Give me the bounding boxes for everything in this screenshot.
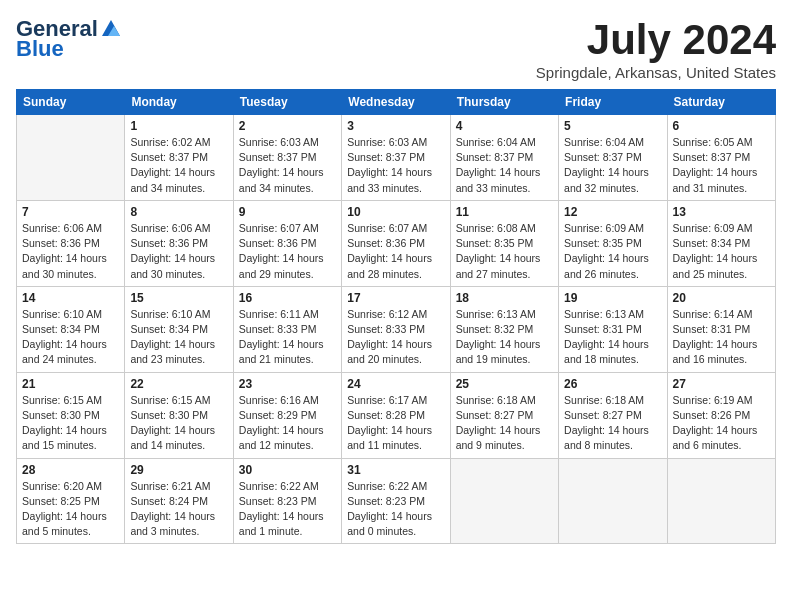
day-number: 30 [239, 463, 336, 477]
calendar-cell: 21Sunrise: 6:15 AMSunset: 8:30 PMDayligh… [17, 372, 125, 458]
day-number: 23 [239, 377, 336, 391]
cell-info: Sunrise: 6:13 AMSunset: 8:32 PMDaylight:… [456, 307, 553, 368]
cell-info: Sunrise: 6:03 AMSunset: 8:37 PMDaylight:… [347, 135, 444, 196]
calendar-cell: 31Sunrise: 6:22 AMSunset: 8:23 PMDayligh… [342, 458, 450, 544]
calendar-header-row: SundayMondayTuesdayWednesdayThursdayFrid… [17, 90, 776, 115]
calendar-header-cell: Wednesday [342, 90, 450, 115]
day-number: 17 [347, 291, 444, 305]
calendar-cell: 20Sunrise: 6:14 AMSunset: 8:31 PMDayligh… [667, 286, 775, 372]
calendar-table: SundayMondayTuesdayWednesdayThursdayFrid… [16, 89, 776, 544]
day-number: 26 [564, 377, 661, 391]
day-number: 9 [239, 205, 336, 219]
day-number: 29 [130, 463, 227, 477]
day-number: 27 [673, 377, 770, 391]
calendar-cell: 8Sunrise: 6:06 AMSunset: 8:36 PMDaylight… [125, 200, 233, 286]
calendar-cell: 6Sunrise: 6:05 AMSunset: 8:37 PMDaylight… [667, 115, 775, 201]
day-number: 15 [130, 291, 227, 305]
cell-info: Sunrise: 6:07 AMSunset: 8:36 PMDaylight:… [347, 221, 444, 282]
day-number: 1 [130, 119, 227, 133]
cell-info: Sunrise: 6:20 AMSunset: 8:25 PMDaylight:… [22, 479, 119, 540]
day-number: 18 [456, 291, 553, 305]
calendar-cell: 11Sunrise: 6:08 AMSunset: 8:35 PMDayligh… [450, 200, 558, 286]
cell-info: Sunrise: 6:22 AMSunset: 8:23 PMDaylight:… [347, 479, 444, 540]
cell-info: Sunrise: 6:13 AMSunset: 8:31 PMDaylight:… [564, 307, 661, 368]
cell-info: Sunrise: 6:06 AMSunset: 8:36 PMDaylight:… [22, 221, 119, 282]
day-number: 19 [564, 291, 661, 305]
calendar-cell: 14Sunrise: 6:10 AMSunset: 8:34 PMDayligh… [17, 286, 125, 372]
logo-blue: Blue [16, 36, 64, 62]
day-number: 2 [239, 119, 336, 133]
calendar-cell [450, 458, 558, 544]
cell-info: Sunrise: 6:14 AMSunset: 8:31 PMDaylight:… [673, 307, 770, 368]
cell-info: Sunrise: 6:21 AMSunset: 8:24 PMDaylight:… [130, 479, 227, 540]
cell-info: Sunrise: 6:15 AMSunset: 8:30 PMDaylight:… [22, 393, 119, 454]
calendar-cell: 16Sunrise: 6:11 AMSunset: 8:33 PMDayligh… [233, 286, 341, 372]
day-number: 20 [673, 291, 770, 305]
calendar-cell: 4Sunrise: 6:04 AMSunset: 8:37 PMDaylight… [450, 115, 558, 201]
calendar-cell: 27Sunrise: 6:19 AMSunset: 8:26 PMDayligh… [667, 372, 775, 458]
calendar-cell: 30Sunrise: 6:22 AMSunset: 8:23 PMDayligh… [233, 458, 341, 544]
calendar-cell: 18Sunrise: 6:13 AMSunset: 8:32 PMDayligh… [450, 286, 558, 372]
calendar-header-cell: Thursday [450, 90, 558, 115]
calendar-cell: 19Sunrise: 6:13 AMSunset: 8:31 PMDayligh… [559, 286, 667, 372]
cell-info: Sunrise: 6:18 AMSunset: 8:27 PMDaylight:… [564, 393, 661, 454]
calendar-cell: 9Sunrise: 6:07 AMSunset: 8:36 PMDaylight… [233, 200, 341, 286]
calendar-cell: 12Sunrise: 6:09 AMSunset: 8:35 PMDayligh… [559, 200, 667, 286]
calendar-cell: 2Sunrise: 6:03 AMSunset: 8:37 PMDaylight… [233, 115, 341, 201]
day-number: 28 [22, 463, 119, 477]
day-number: 24 [347, 377, 444, 391]
calendar-week-row: 1Sunrise: 6:02 AMSunset: 8:37 PMDaylight… [17, 115, 776, 201]
logo: General Blue [16, 16, 122, 62]
day-number: 14 [22, 291, 119, 305]
title-area: July 2024 Springdale, Arkansas, United S… [536, 16, 776, 81]
calendar-week-row: 21Sunrise: 6:15 AMSunset: 8:30 PMDayligh… [17, 372, 776, 458]
calendar-week-row: 28Sunrise: 6:20 AMSunset: 8:25 PMDayligh… [17, 458, 776, 544]
calendar-cell: 3Sunrise: 6:03 AMSunset: 8:37 PMDaylight… [342, 115, 450, 201]
page-header: General Blue July 2024 Springdale, Arkan… [16, 16, 776, 81]
calendar-week-row: 7Sunrise: 6:06 AMSunset: 8:36 PMDaylight… [17, 200, 776, 286]
calendar-cell: 5Sunrise: 6:04 AMSunset: 8:37 PMDaylight… [559, 115, 667, 201]
day-number: 13 [673, 205, 770, 219]
cell-info: Sunrise: 6:18 AMSunset: 8:27 PMDaylight:… [456, 393, 553, 454]
location-title: Springdale, Arkansas, United States [536, 64, 776, 81]
calendar-cell: 25Sunrise: 6:18 AMSunset: 8:27 PMDayligh… [450, 372, 558, 458]
calendar-cell: 7Sunrise: 6:06 AMSunset: 8:36 PMDaylight… [17, 200, 125, 286]
calendar-cell: 26Sunrise: 6:18 AMSunset: 8:27 PMDayligh… [559, 372, 667, 458]
calendar-cell: 10Sunrise: 6:07 AMSunset: 8:36 PMDayligh… [342, 200, 450, 286]
logo-icon [100, 18, 122, 40]
calendar-cell: 22Sunrise: 6:15 AMSunset: 8:30 PMDayligh… [125, 372, 233, 458]
day-number: 31 [347, 463, 444, 477]
day-number: 16 [239, 291, 336, 305]
day-number: 22 [130, 377, 227, 391]
day-number: 4 [456, 119, 553, 133]
calendar-cell: 29Sunrise: 6:21 AMSunset: 8:24 PMDayligh… [125, 458, 233, 544]
day-number: 11 [456, 205, 553, 219]
cell-info: Sunrise: 6:10 AMSunset: 8:34 PMDaylight:… [130, 307, 227, 368]
day-number: 12 [564, 205, 661, 219]
cell-info: Sunrise: 6:04 AMSunset: 8:37 PMDaylight:… [564, 135, 661, 196]
calendar-header-cell: Saturday [667, 90, 775, 115]
cell-info: Sunrise: 6:19 AMSunset: 8:26 PMDaylight:… [673, 393, 770, 454]
cell-info: Sunrise: 6:05 AMSunset: 8:37 PMDaylight:… [673, 135, 770, 196]
calendar-week-row: 14Sunrise: 6:10 AMSunset: 8:34 PMDayligh… [17, 286, 776, 372]
day-number: 5 [564, 119, 661, 133]
calendar-cell [559, 458, 667, 544]
day-number: 25 [456, 377, 553, 391]
calendar-header-cell: Tuesday [233, 90, 341, 115]
day-number: 6 [673, 119, 770, 133]
calendar-cell: 24Sunrise: 6:17 AMSunset: 8:28 PMDayligh… [342, 372, 450, 458]
calendar-cell: 23Sunrise: 6:16 AMSunset: 8:29 PMDayligh… [233, 372, 341, 458]
calendar-header-cell: Monday [125, 90, 233, 115]
day-number: 21 [22, 377, 119, 391]
cell-info: Sunrise: 6:22 AMSunset: 8:23 PMDaylight:… [239, 479, 336, 540]
cell-info: Sunrise: 6:04 AMSunset: 8:37 PMDaylight:… [456, 135, 553, 196]
cell-info: Sunrise: 6:06 AMSunset: 8:36 PMDaylight:… [130, 221, 227, 282]
cell-info: Sunrise: 6:12 AMSunset: 8:33 PMDaylight:… [347, 307, 444, 368]
cell-info: Sunrise: 6:02 AMSunset: 8:37 PMDaylight:… [130, 135, 227, 196]
cell-info: Sunrise: 6:07 AMSunset: 8:36 PMDaylight:… [239, 221, 336, 282]
cell-info: Sunrise: 6:08 AMSunset: 8:35 PMDaylight:… [456, 221, 553, 282]
month-title: July 2024 [536, 16, 776, 64]
calendar-cell: 28Sunrise: 6:20 AMSunset: 8:25 PMDayligh… [17, 458, 125, 544]
day-number: 3 [347, 119, 444, 133]
calendar-cell [667, 458, 775, 544]
